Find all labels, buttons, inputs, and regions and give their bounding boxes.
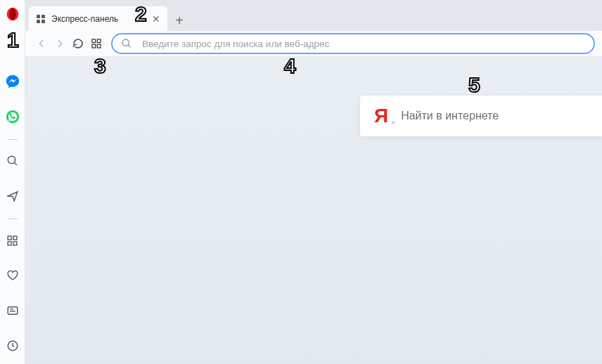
svg-line-18: [128, 45, 130, 47]
opera-logo-icon[interactable]: [6, 7, 20, 21]
svg-point-1: [9, 8, 15, 20]
svg-point-3: [8, 156, 15, 164]
address-bar[interactable]: [111, 33, 595, 54]
search-icon[interactable]: [4, 152, 21, 169]
close-tab-icon[interactable]: ✕: [152, 14, 160, 24]
yandex-search-placeholder: Найти в интернете: [401, 110, 499, 122]
svg-rect-13: [92, 39, 96, 43]
svg-rect-5: [8, 236, 11, 240]
back-button[interactable]: [32, 34, 51, 53]
speed-dial-favicon-icon: [36, 14, 46, 24]
svg-point-17: [122, 39, 129, 46]
address-search-icon: [121, 38, 132, 49]
tab-strip: Экспресс-панель ✕ +: [25, 0, 602, 31]
send-icon[interactable]: [4, 188, 21, 204]
svg-line-4: [14, 162, 17, 165]
new-tab-button[interactable]: +: [169, 10, 190, 31]
speed-dial-button[interactable]: [87, 34, 105, 53]
left-sidebar: [0, 0, 25, 364]
svg-rect-7: [8, 241, 11, 245]
tab-title: Экспресс-панель: [51, 14, 118, 24]
messenger-icon[interactable]: [4, 73, 21, 90]
svg-rect-6: [13, 236, 17, 240]
sidebar-divider: [8, 219, 18, 219]
yandex-logo-icon: Я: [374, 105, 388, 127]
svg-rect-8: [13, 241, 17, 245]
news-icon[interactable]: [4, 302, 21, 319]
speed-dial-content: Я Найти в интернете: [25, 56, 602, 364]
svg-rect-16: [97, 44, 101, 48]
clock-icon[interactable]: [4, 337, 21, 354]
svg-rect-15: [92, 44, 96, 48]
forward-button[interactable]: [51, 34, 69, 53]
sidebar-divider: [8, 139, 18, 140]
tab-speed-dial[interactable]: Экспресс-панель ✕: [29, 6, 167, 31]
heart-icon[interactable]: [4, 267, 21, 284]
navigation-toolbar: [25, 31, 602, 56]
whatsapp-icon[interactable]: [4, 108, 21, 125]
yandex-search-widget[interactable]: Я Найти в интернете: [360, 96, 602, 136]
address-input[interactable]: [142, 39, 585, 49]
reload-button[interactable]: [69, 34, 87, 53]
speed-dial-grid-icon[interactable]: [4, 232, 21, 249]
svg-rect-14: [97, 39, 101, 43]
